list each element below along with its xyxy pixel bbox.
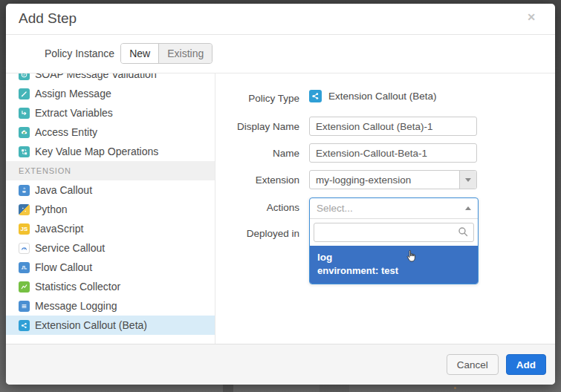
sidebar-item-extension-callout-beta[interactable]: Extension Callout (Beta) <box>6 316 215 335</box>
sidebar-item-label: Assign Message <box>35 88 111 99</box>
sidebar-item-label: Python <box>35 203 68 215</box>
sidebar-item-label: SOAP Message Validation <box>35 74 157 80</box>
display-name-input[interactable] <box>309 117 477 136</box>
extension-label: Extension <box>216 174 299 186</box>
service-callout-icon <box>19 243 30 254</box>
policy-type-value-row: Extension Callout (Beta) <box>309 90 477 102</box>
key-value-map-operations-icon <box>19 146 30 157</box>
sidebar-item-extract-variables[interactable]: Extract Variables <box>6 103 215 122</box>
chevron-up-icon <box>465 206 471 210</box>
policy-type-label: Policy Type <box>216 93 299 104</box>
policy-instance-existing-button[interactable]: Existing <box>159 44 212 63</box>
backdrop-content <box>223 385 233 392</box>
python-icon <box>19 204 30 215</box>
sidebar-item-label: Access Entity <box>35 126 97 138</box>
modal-title: Add Step <box>19 10 77 27</box>
actions-dropdown-search-row <box>310 218 478 246</box>
actions-label: Actions <box>216 202 299 213</box>
sidebar-item-label: Extension Callout (Beta) <box>35 319 147 331</box>
policy-list: SOAP Message Validation Assign Message E… <box>6 74 215 344</box>
access-entity-icon <box>19 127 30 138</box>
actions-option-name: log <box>317 250 470 264</box>
sidebar-item-message-logging[interactable]: Message Logging <box>6 296 215 316</box>
sidebar-item-label: Message Logging <box>35 300 117 312</box>
assign-message-icon <box>19 88 30 99</box>
sidebar-item-statistics-collector[interactable]: Statistics Collector <box>6 277 215 296</box>
name-input[interactable] <box>309 143 477 163</box>
flow-callout-icon <box>19 262 30 273</box>
message-logging-icon <box>19 301 30 312</box>
modal-header: Add Step ✕ <box>6 4 555 35</box>
sidebar-item-flow-callout[interactable]: Flow Callout <box>6 258 215 277</box>
add-button[interactable]: Add <box>506 354 546 375</box>
sidebar-item-soap-message-validation[interactable]: SOAP Message Validation <box>6 74 215 84</box>
sidebar-item-assign-message[interactable]: Assign Message <box>6 84 215 103</box>
add-step-modal: Add Step ✕ Policy Instance New Existing … <box>6 4 555 385</box>
policy-instance-toolbar: Policy Instance New Existing <box>6 34 555 73</box>
modal-content: SOAP Message Validation Assign Message E… <box>6 73 555 344</box>
backdrop-content <box>320 385 349 392</box>
soap-message-validation-icon <box>19 74 30 80</box>
policy-form: Policy Type Extension Callout (Beta) Dis… <box>216 74 555 344</box>
extract-variables-icon <box>19 108 30 119</box>
extension-callout-icon <box>19 320 30 331</box>
sidebar-item-java-callout[interactable]: Java Callout <box>6 180 215 200</box>
java-callout-icon <box>19 185 30 196</box>
sidebar-item-label: Flow Callout <box>35 261 92 273</box>
actions-search-input[interactable] <box>319 225 455 240</box>
chevron-down-icon <box>465 178 471 182</box>
sidebar-item-access-entity[interactable]: Access Entity <box>6 122 215 142</box>
sidebar-item-label: JavaScript <box>35 223 83 235</box>
sidebar-item-key-value-map-operations[interactable]: Key Value Map Operations <box>6 142 215 161</box>
statistics-collector-icon <box>19 281 30 293</box>
sidebar-item-label: Service Callout <box>35 242 105 254</box>
cancel-button[interactable]: Cancel <box>447 354 499 375</box>
sidebar-item-label: Key Value Map Operations <box>35 146 158 157</box>
sidebar-item-label: Extract Variables <box>35 107 113 119</box>
sidebar-item-label: Statistics Collector <box>35 281 120 293</box>
extension-select[interactable]: my-logging-extension <box>309 170 477 189</box>
policy-instance-new-button[interactable]: New <box>121 44 159 63</box>
actions-dropdown-placeholder: Select... <box>317 203 353 214</box>
name-label: Name <box>216 148 299 159</box>
actions-dropdown: Select... log environment: test <box>309 197 479 284</box>
actions-option-log[interactable]: log environment: test <box>310 246 478 284</box>
sidebar-item-label: Java Callout <box>35 184 92 196</box>
sidebar-item-service-callout[interactable]: Service Callout <box>6 238 215 258</box>
javascript-icon: JS <box>19 223 30 235</box>
search-icon <box>458 226 469 241</box>
javascript-badge: JS <box>21 226 28 232</box>
modal-footer: Cancel Add <box>6 344 555 385</box>
extension-select-button[interactable] <box>459 171 476 189</box>
extension-callout-icon <box>309 90 322 102</box>
sidebar-item-javascript[interactable]: JS JavaScript <box>6 219 215 238</box>
extension-section-header: EXTENSION <box>6 161 215 180</box>
deployed-in-label: Deployed in <box>216 228 299 239</box>
display-name-label: Display Name <box>216 121 299 132</box>
close-icon[interactable]: ✕ <box>527 12 536 22</box>
policy-type-value: Extension Callout (Beta) <box>328 91 437 102</box>
actions-option-detail: environment: test <box>317 264 470 278</box>
policy-instance-label: Policy Instance <box>45 48 114 59</box>
sidebar-item-python[interactable]: Python <box>6 200 215 219</box>
actions-dropdown-toggle[interactable]: Select... <box>310 198 478 218</box>
backdrop-content <box>454 387 456 389</box>
policy-instance-toggle: New Existing <box>120 43 213 64</box>
extension-select-value: my-logging-extension <box>316 174 411 186</box>
